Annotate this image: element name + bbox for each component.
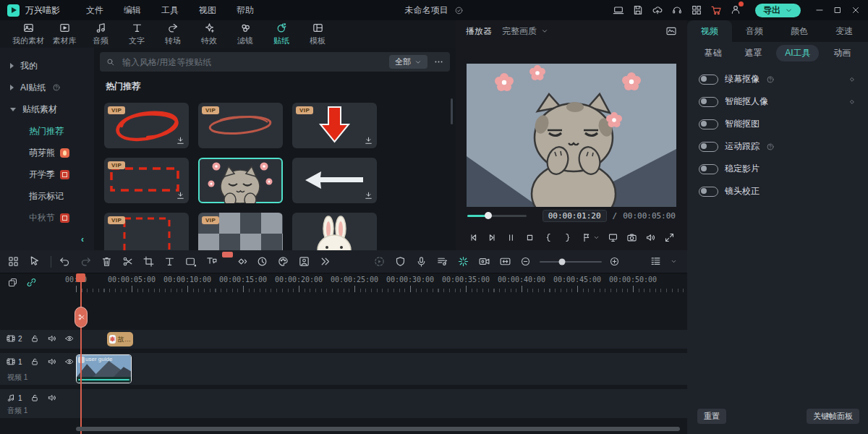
sticker-card-bunny[interactable]: VIP (292, 213, 377, 250)
sticker-card-arrow-left[interactable]: VIP (292, 158, 377, 203)
mute-icon[interactable] (47, 357, 57, 367)
motion-tracking-toggle[interactable] (699, 142, 718, 152)
download-icon[interactable] (176, 191, 185, 200)
download-icon[interactable] (176, 136, 185, 145)
playhead-handle[interactable] (76, 273, 85, 282)
shield-button[interactable] (394, 255, 407, 268)
sidebar-group-mine[interactable]: 我的 (0, 55, 94, 77)
text-to-speech-button[interactable] (205, 255, 226, 269)
cart-icon[interactable] (710, 4, 722, 16)
filter-all-dropdown[interactable]: 全部 (389, 55, 427, 69)
keyframe-button[interactable] (235, 255, 247, 268)
link-clips-icon[interactable] (26, 277, 37, 288)
menu-edit[interactable]: 编辑 (114, 4, 151, 17)
color-button[interactable] (277, 255, 289, 268)
sidebar-item-mid-autumn[interactable]: 中秋节 (0, 207, 94, 229)
tab-my-media[interactable]: 我的素材 (10, 22, 46, 46)
menu-view[interactable]: 视图 (189, 4, 226, 17)
help-icon[interactable] (766, 75, 775, 84)
video-clip-selected[interactable]: user guide (76, 354, 132, 383)
track-audio-1[interactable]: 1 音频 1 (0, 389, 687, 418)
playhead-line[interactable] (80, 273, 82, 434)
tab-stock[interactable]: 素材库 (46, 22, 82, 46)
mute-icon[interactable] (47, 393, 57, 403)
zoom-in-button[interactable] (609, 256, 620, 267)
tab-audio-props[interactable]: 音频 (732, 20, 777, 42)
tab-filters[interactable]: 滤镜 (227, 22, 263, 46)
green-screen-toggle[interactable] (699, 75, 718, 85)
menu-file[interactable]: 文件 (76, 4, 114, 17)
keyframe-diamond-icon[interactable] (848, 98, 856, 106)
mask-tool-button[interactable] (184, 255, 197, 268)
keyframe-panel-button[interactable]: 关键帧面板 (807, 409, 859, 424)
record-voiceover-button[interactable] (415, 255, 427, 268)
track-overlay[interactable]: 2 ✽ 故… (0, 330, 687, 349)
track-video-1[interactable]: 1 视频 1 user guide (0, 353, 687, 385)
sticker-card-red-scribble[interactable]: VIP (104, 103, 189, 148)
tab-effects[interactable]: 特效 (191, 22, 227, 46)
timeline-ruler[interactable]: 00:00 00:00:05:00 00:00:10:00 00:00:15:0… (0, 273, 687, 292)
timeline-scrollbar[interactable] (76, 427, 680, 431)
tab-audio[interactable]: 音频 (82, 22, 119, 46)
preview-stage[interactable] (467, 64, 676, 207)
sidebar-item-back-to-school[interactable]: 开学季 (0, 163, 94, 185)
previous-frame-button[interactable] (468, 232, 479, 243)
sidebar-collapse-button[interactable]: ‹ (81, 234, 84, 244)
snapshot-button[interactable] (626, 232, 637, 243)
lens-correction-toggle[interactable] (699, 187, 718, 197)
stop-button[interactable] (524, 232, 535, 243)
menu-tools[interactable]: 工具 (151, 4, 189, 17)
search-input[interactable] (121, 56, 383, 68)
support-headset-icon[interactable] (671, 4, 683, 16)
mute-icon[interactable] (47, 333, 57, 344)
add-to-track-icon[interactable] (7, 277, 18, 288)
apps-grid-icon[interactable] (691, 4, 702, 16)
tab-transitions[interactable]: 转场 (155, 22, 191, 46)
quality-dropdown[interactable]: 完整画质 (502, 25, 548, 38)
sticker-card-sketch-ellipse[interactable]: VIP (198, 103, 283, 148)
lock-icon[interactable] (30, 393, 40, 403)
tab-video[interactable]: 视频 (687, 20, 732, 42)
sticker-card-arrow-down[interactable]: VIP (292, 103, 377, 148)
undo-button[interactable] (59, 255, 71, 268)
export-button[interactable]: 导出 (755, 4, 801, 17)
redo-button[interactable] (80, 255, 92, 268)
account-avatar[interactable] (730, 4, 741, 17)
download-icon[interactable] (364, 191, 373, 200)
help-icon[interactable] (766, 142, 775, 151)
sidebar-item-trending[interactable]: 热门推荐 (0, 120, 94, 142)
media-blocks-icon[interactable] (7, 255, 20, 268)
video-scope-icon[interactable] (665, 25, 677, 37)
track-manager-button[interactable] (650, 255, 662, 268)
close-button[interactable] (851, 5, 861, 15)
more-options-icon[interactable] (433, 56, 444, 67)
fit-timeline-button[interactable] (499, 255, 511, 268)
next-frame-button[interactable] (487, 232, 498, 243)
crop-button[interactable] (142, 255, 155, 268)
subtab-ai-tools[interactable]: AI工具 (776, 45, 819, 61)
chevron-down-icon[interactable] (671, 258, 677, 265)
seek-knob[interactable] (485, 212, 492, 219)
zoom-knob[interactable] (558, 258, 565, 265)
subtab-basic[interactable]: 基础 (696, 45, 731, 61)
render-preview-button[interactable] (373, 255, 386, 268)
minimize-button[interactable] (814, 5, 825, 15)
sticker-card-cat-flowers[interactable]: VIP (198, 158, 283, 203)
save-icon[interactable] (632, 4, 644, 16)
mark-in-button[interactable] (543, 232, 554, 243)
volume-button[interactable] (645, 232, 656, 243)
mark-out-button[interactable] (562, 232, 573, 243)
pause-button[interactable] (506, 232, 516, 243)
grid-scrollbar[interactable] (451, 98, 453, 124)
playhead-split-button[interactable] (75, 307, 88, 328)
cloud-upload-icon[interactable] (652, 4, 663, 16)
stabilization-toggle[interactable] (699, 164, 718, 174)
audio-mixer-button[interactable] (436, 255, 448, 268)
preview-track-button[interactable] (478, 255, 490, 268)
select-tool-icon[interactable] (28, 255, 41, 268)
tab-speed[interactable]: 变速 (822, 20, 867, 42)
ai-portrait-button[interactable] (298, 255, 310, 268)
zoom-out-button[interactable] (520, 256, 531, 267)
snap-button[interactable] (457, 255, 469, 268)
delete-button[interactable] (101, 255, 113, 268)
